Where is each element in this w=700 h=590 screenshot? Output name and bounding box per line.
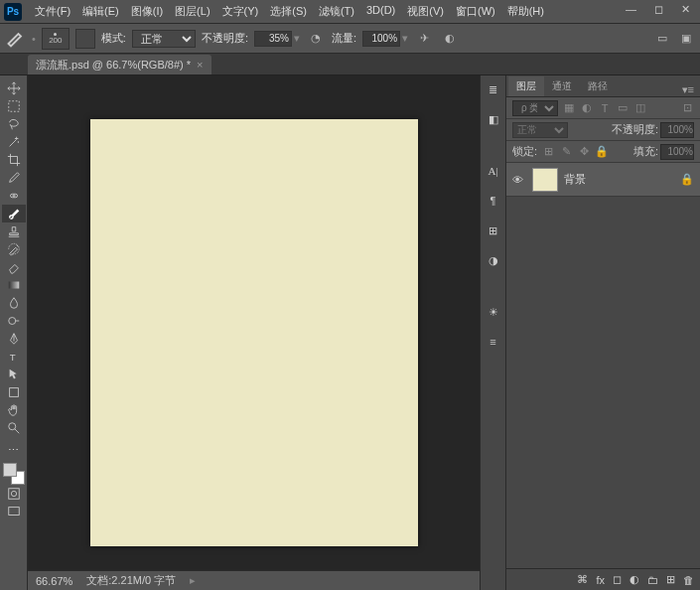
lock-label: 锁定: bbox=[512, 144, 537, 159]
flow-input[interactable] bbox=[362, 31, 400, 47]
right-panels: ≣ ◧ A| ¶ ⊞ ◑ ☀ ≡ 图层 通道 路径 ▾≡ ρ 类型 ▦ ◐ T … bbox=[480, 75, 700, 590]
delete-layer-icon[interactable]: 🗑 bbox=[683, 574, 694, 586]
panel-menu-icon[interactable]: ▾≡ bbox=[676, 83, 700, 96]
opacity-input[interactable] bbox=[254, 31, 292, 47]
menu-layer[interactable]: 图层(L) bbox=[170, 2, 214, 21]
new-layer-icon[interactable]: ⊞ bbox=[666, 573, 675, 586]
eyedropper-tool[interactable] bbox=[2, 169, 26, 187]
tab-paths[interactable]: 路径 bbox=[580, 76, 616, 96]
filter-smart-icon[interactable]: ◫ bbox=[633, 101, 647, 115]
menu-select[interactable]: 选择(S) bbox=[265, 2, 312, 21]
layer-opacity-input[interactable] bbox=[660, 122, 694, 138]
move-tool[interactable] bbox=[2, 79, 26, 97]
visibility-icon[interactable]: 👁 bbox=[512, 174, 526, 186]
menu-file[interactable]: 文件(F) bbox=[30, 2, 75, 21]
tab-channels[interactable]: 通道 bbox=[544, 76, 580, 96]
layer-fx-icon[interactable]: fx bbox=[596, 574, 605, 586]
close-button[interactable]: ✕ bbox=[677, 3, 694, 16]
title-bar: Ps 文件(F) 编辑(E) 图像(I) 图层(L) 文字(Y) 选择(S) 滤… bbox=[0, 0, 700, 24]
screen-mode-tool[interactable] bbox=[2, 503, 26, 520]
filter-toggle-icon[interactable]: ⊡ bbox=[680, 101, 694, 115]
menu-edit[interactable]: 编辑(E) bbox=[77, 2, 124, 21]
svg-rect-2 bbox=[8, 282, 19, 289]
document-canvas[interactable] bbox=[90, 119, 418, 546]
shape-tool[interactable] bbox=[2, 383, 26, 401]
filter-type-select[interactable]: ρ 类型 bbox=[512, 100, 558, 116]
swatches-panel-icon[interactable]: ⊞ bbox=[484, 221, 503, 240]
close-tab-icon[interactable]: × bbox=[197, 59, 203, 71]
stamp-tool[interactable] bbox=[2, 222, 26, 240]
lock-pixels-icon[interactable]: ✎ bbox=[559, 145, 573, 159]
canvas-area[interactable]: 66.67% 文档:2.21M/0 字节 ▸ bbox=[28, 75, 480, 590]
menu-window[interactable]: 窗口(W) bbox=[451, 2, 500, 21]
foreground-color[interactable] bbox=[3, 463, 17, 477]
layer-mask-icon[interactable]: ◻ bbox=[613, 573, 622, 586]
character-panel-icon[interactable]: A| bbox=[484, 161, 503, 181]
adjustments-panel-icon[interactable]: ☀ bbox=[484, 302, 503, 322]
svg-point-3 bbox=[8, 318, 15, 325]
document-tab-bar: 漂流瓶.psd @ 66.7%(RGB/8#) * × bbox=[0, 54, 700, 75]
group-icon[interactable]: 🗀 bbox=[647, 574, 658, 586]
paragraph-panel-icon[interactable]: ¶ bbox=[484, 191, 503, 211]
lock-transparent-icon[interactable]: ⊞ bbox=[541, 145, 555, 159]
lock-all-icon[interactable]: 🔒 bbox=[595, 145, 609, 159]
type-tool[interactable]: T bbox=[2, 348, 26, 366]
layer-row[interactable]: 👁 背景 🔒 bbox=[506, 163, 700, 197]
path-select-tool[interactable] bbox=[2, 366, 26, 383]
panel-expand-icon[interactable]: ▣ bbox=[676, 29, 696, 49]
gradient-tool[interactable] bbox=[2, 276, 26, 294]
pressure-size-icon[interactable]: ◐ bbox=[440, 29, 460, 49]
tool-preset-icon[interactable] bbox=[6, 29, 26, 49]
edit-toolbar-icon[interactable]: ⋯ bbox=[2, 441, 26, 459]
filter-shape-icon[interactable]: ▭ bbox=[616, 101, 630, 115]
hand-tool[interactable] bbox=[2, 401, 26, 419]
history-panel-icon[interactable]: ≣ bbox=[484, 79, 503, 99]
layer-name[interactable]: 背景 bbox=[564, 172, 674, 187]
styles-panel-icon[interactable]: ≡ bbox=[484, 332, 503, 352]
layer-blend-select[interactable]: 正常 bbox=[512, 122, 568, 138]
adjustment-layer-icon[interactable]: ◐ bbox=[630, 573, 639, 586]
layer-thumbnail[interactable] bbox=[532, 168, 558, 192]
status-menu-icon[interactable]: ▸ bbox=[190, 574, 196, 587]
pressure-opacity-icon[interactable]: ◔ bbox=[306, 29, 326, 49]
menu-image[interactable]: 图像(I) bbox=[126, 2, 168, 21]
history-brush-tool[interactable] bbox=[2, 240, 26, 258]
eraser-tool[interactable] bbox=[2, 258, 26, 276]
properties-panel-icon[interactable]: ◧ bbox=[484, 109, 503, 129]
filter-type-icon[interactable]: T bbox=[598, 101, 612, 115]
quickmask-tool[interactable] bbox=[2, 485, 26, 503]
airbrush-icon[interactable]: ✈ bbox=[414, 29, 434, 49]
brush-tool[interactable] bbox=[2, 205, 26, 222]
zoom-tool[interactable] bbox=[2, 419, 26, 437]
magic-wand-tool[interactable] bbox=[2, 133, 26, 151]
lock-position-icon[interactable]: ✥ bbox=[577, 145, 591, 159]
maximize-button[interactable]: ◻ bbox=[650, 3, 667, 16]
panel-collapse-icon[interactable]: ▭ bbox=[652, 29, 672, 49]
lasso-tool[interactable] bbox=[2, 115, 26, 133]
healing-tool[interactable] bbox=[2, 187, 26, 205]
filter-adjust-icon[interactable]: ◐ bbox=[580, 101, 594, 115]
dodge-tool[interactable] bbox=[2, 312, 26, 330]
brush-preset-picker[interactable]: 200 bbox=[42, 28, 70, 50]
menu-3d[interactable]: 3D(D) bbox=[361, 2, 400, 21]
menu-view[interactable]: 视图(V) bbox=[402, 2, 449, 21]
minimize-button[interactable]: — bbox=[622, 3, 640, 16]
menu-type[interactable]: 文字(Y) bbox=[217, 2, 264, 21]
link-layers-icon[interactable]: ⌘ bbox=[577, 573, 588, 586]
color-panel-icon[interactable]: ◑ bbox=[484, 250, 503, 270]
crop-tool[interactable] bbox=[2, 151, 26, 169]
filter-pixel-icon[interactable]: ▦ bbox=[562, 101, 576, 115]
marquee-tool[interactable] bbox=[2, 97, 26, 115]
pen-tool[interactable] bbox=[2, 330, 26, 348]
blend-mode-select[interactable]: 正常 bbox=[132, 30, 196, 48]
color-swatches[interactable] bbox=[3, 463, 25, 485]
menu-help[interactable]: 帮助(H) bbox=[502, 2, 549, 21]
options-bar: • 200 模式: 正常 不透明度: ▾ ◔ 流量: ▾ ✈ ◐ ▭ ▣ bbox=[0, 24, 700, 54]
blur-tool[interactable] bbox=[2, 294, 26, 312]
document-tab[interactable]: 漂流瓶.psd @ 66.7%(RGB/8#) * × bbox=[28, 55, 211, 74]
zoom-level[interactable]: 66.67% bbox=[36, 575, 72, 587]
menu-filter[interactable]: 滤镜(T) bbox=[314, 2, 359, 21]
fill-input[interactable] bbox=[660, 144, 694, 160]
brush-panel-toggle[interactable] bbox=[75, 29, 95, 49]
tab-layers[interactable]: 图层 bbox=[508, 76, 544, 96]
